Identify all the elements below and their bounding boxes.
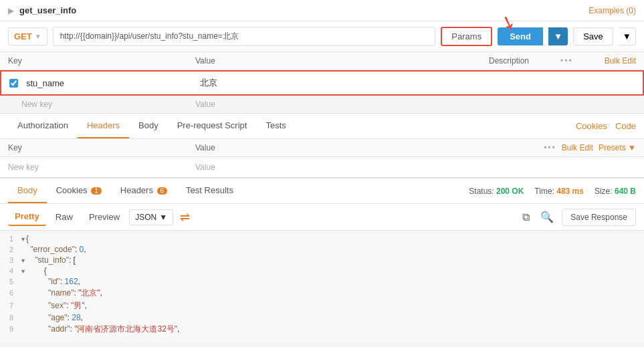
- copy-icon[interactable]: ⧉: [520, 210, 532, 225]
- format-tab-raw[interactable]: Raw: [49, 209, 80, 225]
- save-response-button[interactable]: Save Response: [562, 209, 636, 226]
- params-new-row: New key Value: [0, 96, 644, 114]
- params-table-header: Key Value Description ••• Bulk Edit: [0, 52, 644, 70]
- tab-tests[interactable]: Tests: [256, 114, 295, 138]
- code-line-9: 9 "addr": "河南省济源市北海大道32号",: [0, 323, 644, 336]
- save-button[interactable]: Save: [573, 27, 613, 45]
- code-line-8: 8 "age": 28,: [0, 312, 644, 323]
- code-line-7: 7 "sex": "男",: [0, 300, 644, 312]
- resp-tab-test-results[interactable]: Test Results: [177, 179, 243, 203]
- code-line-6: 6 "name": "北京",: [0, 287, 644, 300]
- params-row-1: stu_name 北京: [0, 70, 644, 96]
- response-tabs-bar: Body Cookies 1 Headers 6 Test Results St…: [0, 179, 644, 204]
- request-tabs-list: Authorization Headers Body Pre-request S…: [8, 114, 296, 138]
- json-format-chevron-icon: ▼: [159, 213, 167, 222]
- size-label: Size: 640 B: [595, 187, 636, 196]
- code-line-2: 2 "error_code": 0,: [0, 244, 644, 255]
- headers-value-header: Value: [195, 143, 489, 152]
- params-key-header: Key: [8, 56, 195, 66]
- request-tabs: Authorization Headers Body Pre-request S…: [0, 114, 644, 139]
- code-line-10: 10 "grade": "天蝎座",: [0, 336, 644, 338]
- time-label: Time: 483 ms: [534, 187, 584, 196]
- method-select[interactable]: GET ▼: [8, 27, 47, 45]
- resp-tab-cookies[interactable]: Cookies 1: [47, 179, 111, 203]
- params-row-1-value[interactable]: 北京: [197, 72, 488, 94]
- send-button[interactable]: Send: [498, 27, 543, 45]
- params-desc-header: Description ••• Bulk Edit: [489, 56, 636, 66]
- send-dropdown-button[interactable]: ▼: [548, 27, 568, 45]
- cookies-link[interactable]: Cookies: [576, 121, 607, 131]
- headers-section: Key Value ••• Bulk Edit Presets ▼ New ke…: [0, 139, 644, 179]
- code-line-1: 1 ▾ {: [0, 233, 644, 244]
- status-label: Status: 200 OK: [469, 187, 524, 196]
- params-row-1-key[interactable]: stu_name: [23, 73, 197, 94]
- cookies-badge: 1: [91, 187, 102, 195]
- code-link[interactable]: Code: [615, 121, 636, 131]
- code-line-5: 5 "id": 162,: [0, 276, 644, 287]
- wrap-button[interactable]: ⇌: [176, 209, 194, 226]
- headers-bulk-edit-button[interactable]: Bulk Edit: [562, 143, 593, 152]
- time-value: 483 ms: [556, 187, 584, 196]
- params-button[interactable]: Params: [441, 27, 492, 46]
- params-bulk-edit-button[interactable]: Bulk Edit: [605, 56, 636, 66]
- params-new-value[interactable]: Value: [195, 100, 636, 109]
- request-tabs-right: Cookies Code: [576, 121, 636, 131]
- headers-dots-menu[interactable]: •••: [544, 143, 556, 152]
- tab-body[interactable]: Body: [129, 114, 168, 138]
- save-dropdown-button[interactable]: ▼: [619, 27, 636, 45]
- code-line-3: 3 ▾ "stu_info": [: [0, 255, 644, 265]
- examples-link[interactable]: Examples (0): [588, 6, 636, 15]
- resp-tab-headers[interactable]: Headers 6: [111, 179, 177, 203]
- url-input[interactable]: http://{{domain}}/api/user/stu_info?stu_…: [53, 27, 436, 46]
- params-new-key[interactable]: New key: [8, 100, 195, 109]
- size-value: 640 B: [615, 187, 636, 196]
- tab-headers[interactable]: Headers: [78, 114, 129, 138]
- headers-actions: ••• Bulk Edit Presets ▼: [489, 143, 636, 152]
- method-chevron-icon: ▼: [35, 33, 41, 40]
- format-tab-preview[interactable]: Preview: [82, 209, 126, 225]
- response-tabs-list: Body Cookies 1 Headers 6 Test Results: [8, 179, 243, 203]
- arrow-indicator: Params ➘: [441, 27, 492, 46]
- body-format-bar: Pretty Raw Preview JSON ▼ ⇌ ⧉ 🔍 Save Res…: [0, 204, 644, 231]
- tab-authorization[interactable]: Authorization: [8, 114, 78, 138]
- json-format-select[interactable]: JSON ▼: [129, 209, 173, 225]
- resp-tab-body[interactable]: Body: [8, 179, 47, 203]
- headers-key-header: Key: [8, 143, 195, 152]
- response-meta: Status: 200 OK Time: 483 ms Size: 640 B: [469, 187, 636, 196]
- params-row-1-checkbox[interactable]: [9, 79, 18, 88]
- code-line-4: 4 ▾ {: [0, 265, 644, 276]
- status-value: 200 OK: [496, 187, 524, 196]
- search-icon[interactable]: 🔍: [538, 209, 556, 225]
- endpoint-name: get_user_info: [19, 5, 76, 15]
- headers-new-value[interactable]: Value: [195, 162, 636, 172]
- params-dots-menu[interactable]: •••: [560, 56, 573, 66]
- params-description-label: Description: [489, 56, 529, 66]
- top-bar-left: ▶ get_user_info: [8, 5, 76, 15]
- headers-presets-button[interactable]: Presets ▼: [599, 143, 636, 152]
- json-format-label: JSON: [135, 213, 156, 222]
- headers-new-row: New key Value: [0, 157, 644, 178]
- url-bar: GET ▼ http://{{domain}}/api/user/stu_inf…: [0, 21, 644, 52]
- chevron-icon: ▶: [8, 6, 14, 15]
- params-value-header: Value: [195, 56, 489, 66]
- headers-table-header: Key Value ••• Bulk Edit Presets ▼: [0, 139, 644, 157]
- code-area: 1 ▾ { 2 "error_code": 0, 3 ▾ "stu_info":…: [0, 231, 644, 338]
- headers-badge: 6: [157, 187, 168, 195]
- format-tab-pretty[interactable]: Pretty: [8, 208, 46, 226]
- headers-new-key[interactable]: New key: [8, 162, 195, 172]
- body-format-left: Pretty Raw Preview JSON ▼ ⇌: [8, 208, 194, 226]
- body-format-right: ⧉ 🔍 Save Response: [520, 209, 636, 226]
- tab-pre-request-script[interactable]: Pre-request Script: [168, 114, 257, 138]
- top-bar: ▶ get_user_info Examples (0): [0, 0, 644, 21]
- method-label: GET: [14, 31, 32, 41]
